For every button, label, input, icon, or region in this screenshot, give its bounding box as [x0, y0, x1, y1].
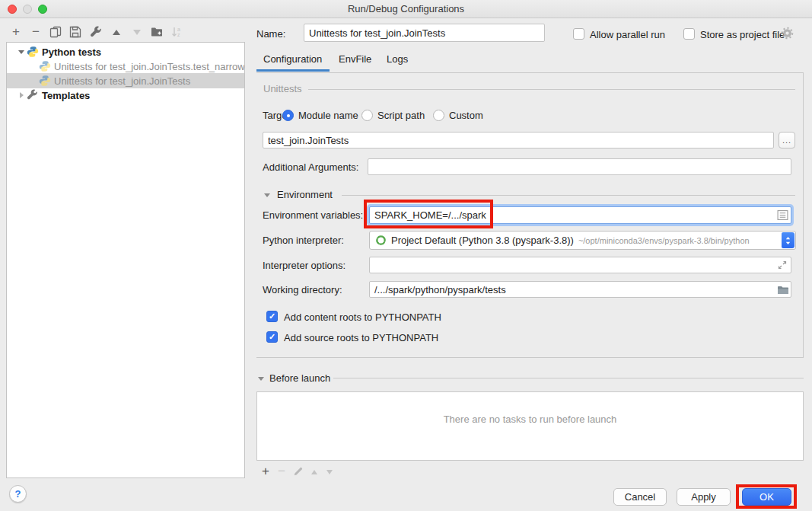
window-title: Run/Debug Configurations	[0, 3, 812, 14]
allow-parallel-run-checkbox[interactable]	[573, 28, 584, 40]
add-configuration-button[interactable]: +	[9, 25, 23, 39]
sort-az-icon: az	[171, 26, 183, 38]
browse-folder-button[interactable]	[777, 284, 789, 296]
plus-icon: +	[262, 465, 269, 477]
variables-list-icon	[777, 209, 788, 221]
svg-text:a: a	[177, 27, 180, 32]
sort-configurations-button[interactable]: az	[170, 25, 184, 39]
working-directory-label: Working directory:	[263, 284, 342, 295]
ok-button[interactable]: OK	[742, 488, 791, 506]
chevron-down-icon[interactable]	[16, 50, 27, 54]
tree-item-label: Unittests for test_join.JoinTests.test_n…	[54, 61, 245, 72]
environment-collapse-toggle[interactable]	[264, 193, 270, 197]
active-tab-underline	[256, 69, 330, 72]
interpreter-value: Project Default (Python 3.8 (pyspark-3.8…	[391, 235, 574, 246]
environment-variables-input[interactable]	[369, 206, 791, 224]
interpreter-path: ~/opt/miniconda3/envs/pyspark-3.8/bin/py…	[578, 236, 750, 245]
configuration-form: Unittests Target: Module name Script pat…	[256, 72, 804, 358]
conda-env-icon	[375, 235, 387, 246]
env-vars-editor-button[interactable]	[777, 209, 789, 222]
python-run-config-icon	[39, 60, 51, 72]
browse-module-button[interactable]: ...	[779, 132, 795, 149]
radio-custom-label: Custom	[449, 110, 483, 121]
before-launch-empty-text: There are no tasks to run before launch	[257, 414, 803, 425]
python-interpreter-label: Python interpreter:	[263, 235, 344, 246]
environment-section-label: Environment	[277, 189, 333, 200]
edit-templates-button[interactable]	[89, 25, 103, 39]
working-directory-input[interactable]	[369, 281, 791, 298]
interpreter-options-label: Interpreter options:	[263, 260, 345, 271]
new-folder-button[interactable]	[150, 25, 164, 39]
tab-logs[interactable]: Logs	[387, 53, 408, 65]
move-down-button[interactable]	[130, 25, 144, 39]
before-launch-collapse-toggle[interactable]	[258, 377, 264, 381]
radio-module-name-label: Module name	[298, 110, 358, 121]
run-debug-configurations-dialog: Run/Debug Configurations + − az Python t…	[0, 0, 812, 511]
ellipsis-icon: ...	[782, 136, 791, 145]
name-input[interactable]	[304, 24, 545, 42]
tree-item-label: Unittests for test_join.JoinTests	[54, 75, 190, 87]
move-task-up-button[interactable]	[307, 465, 321, 479]
move-task-down-button[interactable]	[323, 465, 336, 479]
add-content-roots-checkbox[interactable]	[266, 311, 278, 322]
expand-icon	[777, 260, 788, 270]
chevron-right-icon[interactable]	[16, 92, 27, 98]
move-up-button[interactable]	[110, 25, 123, 39]
radio-module-name[interactable]	[282, 110, 294, 121]
python-run-config-icon	[39, 75, 51, 87]
apply-button[interactable]: Apply	[677, 488, 731, 506]
expand-field-button[interactable]	[777, 260, 789, 272]
help-label: ?	[15, 488, 21, 500]
gear-icon	[781, 27, 794, 40]
add-source-roots-checkbox[interactable]	[266, 331, 278, 343]
tree-item-jointests-selected[interactable]: Unittests for test_join.JoinTests	[7, 73, 245, 88]
copy-configuration-button[interactable]	[49, 25, 62, 39]
group-divider	[308, 89, 795, 90]
before-launch-section-label: Before launch	[269, 372, 330, 384]
folder-icon	[777, 284, 789, 296]
tab-configuration[interactable]: Configuration	[263, 53, 322, 65]
minus-icon: −	[32, 26, 40, 38]
help-button[interactable]: ?	[9, 485, 27, 503]
store-as-project-file-checkbox[interactable]	[683, 28, 695, 40]
store-settings-gear-button[interactable]	[781, 27, 794, 40]
radio-script-path[interactable]	[361, 110, 373, 121]
up-down-arrows-icon	[785, 235, 791, 247]
cancel-button[interactable]: Cancel	[613, 488, 667, 506]
arrow-down-icon	[326, 470, 333, 474]
radio-custom[interactable]	[433, 110, 444, 121]
additional-arguments-input[interactable]	[368, 158, 791, 175]
unittests-group-label: Unittests	[263, 83, 302, 94]
interpreter-options-input[interactable]	[369, 257, 791, 273]
tree-item-label: Python tests	[42, 46, 101, 58]
edit-task-button[interactable]	[291, 465, 305, 478]
store-as-project-file-label: Store as project file	[700, 29, 785, 40]
arrow-down-icon	[133, 30, 141, 35]
templates-wrench-icon	[27, 89, 39, 101]
environment-variables-label: Environment variables:	[263, 209, 363, 221]
new-folder-icon	[151, 26, 163, 38]
python-interpreter-select[interactable]: Project Default (Python 3.8 (pyspark-3.8…	[369, 231, 796, 250]
environment-divider	[342, 195, 795, 196]
add-task-button[interactable]: +	[259, 465, 272, 478]
save-configuration-button[interactable]	[68, 25, 82, 39]
minus-icon: −	[278, 465, 285, 477]
python-icon	[27, 46, 39, 58]
tree-item-templates[interactable]: Templates	[7, 88, 244, 103]
tree-item-python-tests[interactable]: Python tests	[7, 44, 244, 59]
configurations-tree: Python tests Unittests for test_join.Joi…	[6, 42, 245, 478]
tab-envfile[interactable]: EnvFile	[339, 53, 371, 65]
before-launch-divider	[333, 378, 804, 378]
plus-icon: +	[12, 26, 20, 38]
combo-spinner[interactable]	[782, 232, 794, 248]
radio-script-path-label: Script path	[377, 110, 425, 121]
wrench-icon	[90, 26, 102, 38]
allow-parallel-run-label: Allow parallel run	[590, 29, 665, 40]
module-name-input[interactable]	[263, 132, 774, 149]
remove-task-button[interactable]: −	[275, 465, 288, 478]
remove-configuration-button[interactable]: −	[29, 25, 43, 39]
additional-arguments-label: Additional Arguments:	[263, 161, 358, 173]
tree-item-test-narrow[interactable]: Unittests for test_join.JoinTests.test_n…	[7, 59, 245, 74]
copy-icon	[49, 26, 62, 38]
add-source-roots-label: Add source roots to PYTHONPATH	[284, 332, 438, 343]
